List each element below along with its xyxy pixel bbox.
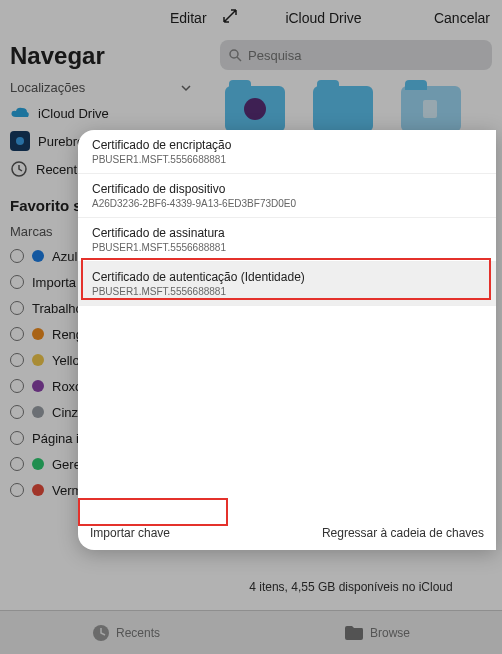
radio-icon — [10, 275, 24, 289]
folder-icon — [225, 86, 285, 132]
locations-header[interactable]: Localizações — [10, 80, 200, 95]
folder-icon — [313, 86, 373, 132]
tag-color-dot — [32, 250, 44, 262]
title-text: iCloud Drive — [285, 10, 361, 26]
radio-icon — [10, 457, 24, 471]
cert-item-signature[interactable]: Certificado de assinatura PBUSER1.MSFT.5… — [78, 218, 496, 262]
svg-point-2 — [230, 50, 238, 58]
bottom-tabbar: Recents Browse — [0, 610, 502, 654]
radio-icon — [10, 431, 24, 445]
search-icon — [228, 48, 242, 62]
top-bar: Editar iCloud Drive Cancelar — [0, 0, 502, 36]
radio-icon — [10, 301, 24, 315]
tags-label: Marcas — [10, 224, 53, 239]
tag-color-dot — [32, 406, 44, 418]
svg-point-0 — [16, 137, 24, 145]
expand-icon[interactable] — [222, 8, 238, 24]
edit-button[interactable]: Editar — [170, 10, 207, 26]
tag-color-dot — [32, 458, 44, 470]
tag-color-dot — [32, 328, 44, 340]
radio-icon — [10, 379, 24, 393]
tag-color-dot — [32, 354, 44, 366]
modal-footer: Importar chave Regressar à cadeia de cha… — [90, 526, 484, 540]
search-input[interactable]: Pesquisa — [220, 40, 492, 70]
cancel-button[interactable]: Cancelar — [434, 10, 490, 26]
return-keychain-button[interactable]: Regressar à cadeia de chaves — [322, 526, 484, 540]
browse-heading: Navegar — [10, 42, 200, 70]
status-text: 4 itens, 4,55 GB disponíveis no iCloud — [210, 580, 492, 594]
radio-icon — [10, 249, 24, 263]
favorites-label: Favorito s — [10, 197, 82, 214]
tag-label: Trabalho — [32, 301, 83, 316]
import-key-button[interactable]: Importar chave — [90, 526, 170, 540]
folder-icon — [401, 86, 461, 132]
clock-icon — [92, 624, 110, 642]
tag-label: Importa — [32, 275, 76, 290]
tag-color-dot — [32, 484, 44, 496]
certificate-list: Certificado de encriptação PBUSER1.MSFT.… — [78, 130, 496, 306]
highlight-import — [78, 498, 228, 526]
tag-label: Azul — [52, 249, 77, 264]
search-placeholder: Pesquisa — [248, 48, 301, 63]
app-window: Editar iCloud Drive Cancelar Navegar Loc… — [0, 0, 502, 654]
cert-item-encryption[interactable]: Certificado de encriptação PBUSER1.MSFT.… — [78, 130, 496, 174]
tag-color-dot — [32, 380, 44, 392]
cert-item-auth[interactable]: Certificado de autenticação (Identidade)… — [78, 262, 496, 306]
tab-browse[interactable]: Browse — [344, 625, 410, 641]
radio-icon — [10, 483, 24, 497]
chevron-down-icon — [180, 82, 192, 94]
window-title: iCloud Drive — [0, 10, 502, 26]
location-icloud[interactable]: iCloud Drive — [10, 99, 200, 127]
cloud-icon — [10, 103, 30, 123]
locations-label: Localizações — [10, 80, 85, 95]
radio-icon — [10, 405, 24, 419]
cert-item-device[interactable]: Certificado de dispositivo A26D3236-2BF6… — [78, 174, 496, 218]
tab-recents[interactable]: Recents — [92, 624, 160, 642]
app-icon — [10, 131, 30, 151]
radio-icon — [10, 327, 24, 341]
folder-icon — [344, 625, 364, 641]
svg-rect-3 — [423, 100, 437, 118]
clock-icon — [10, 160, 28, 178]
radio-icon — [10, 353, 24, 367]
certificate-modal: Certificado de encriptação PBUSER1.MSFT.… — [78, 130, 496, 550]
